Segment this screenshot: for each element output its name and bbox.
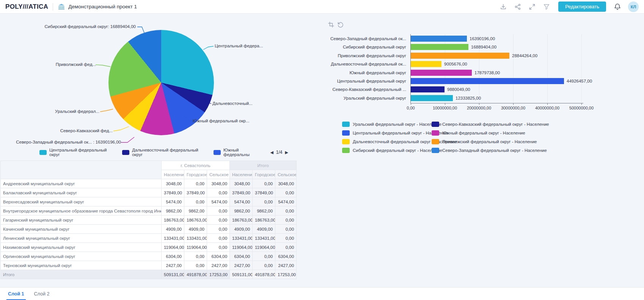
table-row[interactable]: Качинский муниципальный округ4909,004909…: [1, 225, 297, 234]
cell-value: 0,00: [207, 216, 230, 225]
legend-swatch: [432, 139, 439, 144]
download-icon[interactable]: [500, 3, 507, 10]
cell-value: 0,00: [253, 261, 275, 270]
legend-label: Сибирский федеральный округ - Население: [353, 148, 442, 153]
legend-swatch: [122, 150, 129, 155]
bar-row: Северо-Западный федеральный ок...1639019…: [325, 36, 598, 42]
polymatica-logo: POLY///ATICA: [5, 3, 48, 11]
cell-value: 9862,00: [184, 206, 207, 216]
bar-legend-item[interactable]: Уральский федеральный округ - Население: [342, 122, 441, 127]
cell-value: 2427,00: [230, 261, 253, 270]
cell-value: 0,00: [275, 188, 297, 197]
bar-legend-item[interactable]: Северо-Западный федеральный округ - Насе…: [432, 148, 547, 153]
header: POLY///ATICA Демонстрационный проект 1 Р…: [0, 0, 644, 14]
cell-value: 0,00: [184, 261, 207, 270]
bar-category-label: Южный федеральный округ: [325, 70, 406, 76]
cell-value: 509131,00: [162, 270, 184, 279]
bar-value-label: 16889404,00: [471, 44, 496, 50]
tick-mark: [445, 103, 445, 105]
legend-swatch: [342, 148, 350, 153]
cell-value: 0,00: [253, 179, 275, 188]
cell-value: 0,00: [207, 243, 230, 252]
pivot-table-widget: г. СевастопольИтогоНаселениеГородскоеСел…: [0, 161, 296, 279]
cell-value: 37849,00: [184, 188, 207, 197]
share-icon[interactable]: [514, 3, 521, 10]
layer-tabs-bar: Слой 1 Слой 2: [0, 287, 644, 300]
pie-label-uralsky: Уральский федерал...: [55, 109, 99, 114]
bar[interactable]: [411, 53, 509, 59]
cell-value: 0,00: [275, 225, 297, 234]
table-row[interactable]: Внутригородское муниципальное образовани…: [1, 206, 297, 216]
bar[interactable]: [411, 36, 467, 42]
cell-value: 5474,00: [207, 197, 230, 206]
cell-value: 5474,00: [230, 197, 253, 206]
cell-value: 37849,00: [253, 188, 275, 197]
column-group-sevastopol: г. Севастополь: [162, 161, 230, 170]
legend-prev-icon[interactable]: ◀: [270, 150, 273, 155]
pie-legend-items: Центральный федеральный округДальневосто…: [39, 148, 265, 157]
edit-button[interactable]: Редактировать: [558, 2, 606, 12]
pie-label-yuzhny: Южный федеральный окр...: [193, 119, 249, 123]
row-label: Терновский муниципальный округ: [1, 261, 162, 270]
table-row[interactable]: Нахимовский муниципальный округ119064,00…: [1, 243, 297, 252]
cell-value: 6304,00: [207, 252, 230, 261]
value-axis: [410, 103, 583, 103]
table-row[interactable]: Верхнесадовский муниципальный округ5474,…: [1, 197, 297, 206]
bar[interactable]: [411, 86, 445, 92]
table-row[interactable]: Орлиновский муниципальный округ6304,000,…: [1, 252, 297, 261]
table-row[interactable]: Балаклавский муниципальный округ37849,00…: [1, 188, 297, 197]
header-toolbar: Редактировать КЛ: [492, 2, 639, 12]
pie-legend-item[interactable]: Южный федеральны: [214, 148, 265, 157]
selection-tool-icon[interactable]: [328, 21, 335, 28]
legend-next-icon[interactable]: ▶: [285, 150, 288, 155]
cell-value: 491878,00: [253, 270, 275, 279]
avatar[interactable]: КЛ: [628, 2, 639, 12]
cell-value: 9862,00: [253, 206, 275, 216]
legend-swatch: [39, 150, 47, 155]
pie-legend-item[interactable]: Дальневосточный федеральный округ: [122, 148, 209, 157]
table-row[interactable]: Терновский муниципальный округ2427,000,0…: [1, 261, 297, 270]
bar-category-label: Центральный федеральный округ: [325, 78, 406, 84]
column-group-total: Итого: [230, 161, 297, 170]
cell-value: 186763,00: [162, 216, 184, 225]
row-label: Верхнесадовский муниципальный округ: [1, 197, 162, 206]
bar-legend-item[interactable]: Южный федеральный округ - Население: [432, 130, 525, 136]
bar-legend-item[interactable]: Северо-Кавказский федеральный округ - На…: [432, 122, 549, 127]
undo-tool-icon[interactable]: [337, 21, 344, 28]
bar[interactable]: [411, 70, 472, 76]
bar-row: Южный федеральный округ17879738,00: [325, 70, 598, 76]
legend-label: Приволжский федеральный округ - Населени…: [442, 139, 537, 144]
filter-icon[interactable]: [543, 3, 550, 10]
cell-value: 9862,00: [230, 206, 253, 216]
table-row[interactable]: Андреевский муниципальный округ3048,000,…: [1, 179, 297, 188]
cell-value: 186763,00: [184, 216, 207, 225]
bar[interactable]: [411, 95, 453, 101]
bar[interactable]: [411, 44, 468, 50]
cell-value: 186763,00: [230, 216, 253, 225]
bar-value-label: 17879738,00: [474, 70, 500, 76]
bar-row: Уральский федеральный округ12333825,00: [325, 95, 598, 101]
cell-value: 0,00: [207, 225, 230, 234]
table-row[interactable]: Ленинский муниципальный округ133431,0013…: [1, 234, 297, 243]
bar-category-label: Северо-Западный федеральный ок...: [325, 36, 406, 42]
pie-legend-item[interactable]: Центральный федеральный округ: [39, 148, 117, 157]
bar-row: Приволжский федеральный округ28844264,00: [325, 53, 598, 59]
bar-value-label: 44926457,00: [567, 78, 592, 84]
bell-icon[interactable]: [614, 3, 621, 11]
cell-value: 3048,00: [162, 179, 184, 188]
tab-layer-2[interactable]: Слой 2: [29, 288, 55, 300]
table-row[interactable]: Гагаринский муниципальный округ186763,00…: [1, 216, 297, 225]
bar[interactable]: [411, 78, 564, 84]
cell-value: 119064,00: [230, 243, 253, 252]
pie-legend-pagination: ◀ 1/4 ▶: [270, 150, 288, 155]
bar-legend-item[interactable]: Сибирский федеральный округ - Население: [342, 148, 442, 153]
cell-value: 0,00: [275, 234, 297, 243]
axis-tick-label: 30000000,00: [496, 106, 530, 110]
legend-label: Южный федеральный округ - Население: [442, 131, 525, 135]
bar-legend-item[interactable]: Приволжский федеральный округ - Населени…: [432, 139, 537, 144]
tab-layer-1[interactable]: Слой 1: [3, 288, 29, 300]
fullscreen-icon[interactable]: [529, 3, 536, 10]
bar[interactable]: [411, 61, 441, 67]
legend-swatch: [214, 150, 221, 155]
cell-value: 0,00: [184, 197, 207, 206]
